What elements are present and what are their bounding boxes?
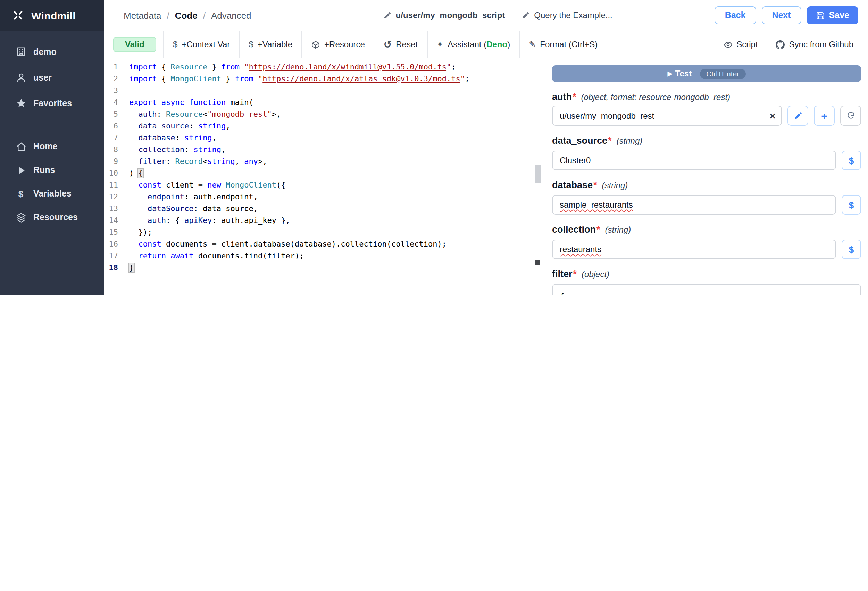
data-source-var-picker-button[interactable]: $: [841, 151, 861, 170]
add-resource-button[interactable]: +: [814, 106, 835, 126]
filter-field-label: filter* (object): [552, 269, 861, 281]
editor-scrollbar[interactable]: [534, 58, 542, 296]
eye-icon: [723, 40, 732, 49]
reset-label: Reset: [396, 40, 418, 49]
clear-resource-icon[interactable]: ×: [769, 111, 776, 121]
code-token: : data_source,: [193, 204, 258, 213]
edit-resource-button[interactable]: [787, 106, 808, 126]
code-token: main(: [226, 98, 254, 107]
script-summary: Query the Example...: [534, 10, 612, 20]
code-line[interactable]: 15 });: [104, 226, 542, 238]
tab-code[interactable]: Code: [175, 10, 198, 21]
pencil-icon: [383, 11, 392, 19]
code-line[interactable]: 7 database: string,: [104, 132, 542, 144]
code-token: Resource: [170, 62, 207, 71]
code-line[interactable]: 2import { MongoClient } from "https://de…: [104, 73, 542, 85]
code-token: :: [157, 110, 166, 119]
script-path-button[interactable]: u/user/my_mongodb_script: [383, 10, 505, 20]
save-button[interactable]: Save: [807, 6, 858, 24]
code-line[interactable]: 4export async function main(: [104, 96, 542, 108]
line-number: 15: [104, 226, 129, 238]
dollar-icon: $: [249, 40, 253, 49]
reset-icon: ↺: [384, 39, 392, 50]
code-line[interactable]: 14 auth: { apiKey: auth.api_key },: [104, 214, 542, 226]
code-token: [129, 251, 139, 260]
code-token: >,: [258, 157, 267, 166]
assistant-button[interactable]: ✦ Assistant (Deno): [427, 31, 519, 58]
sidebar-item-workspace-demo[interactable]: demo: [0, 39, 104, 65]
reset-button[interactable]: ↺ Reset: [374, 31, 427, 58]
code-token: https://deno.land/x/atlas_sdk@v1.0.3/mod…: [263, 74, 461, 83]
code-line[interactable]: 12 endpoint: auth.endpoint,: [104, 191, 542, 203]
format-icon: ✎: [529, 40, 536, 49]
sidebar-item-label: Resources: [33, 213, 78, 222]
code-token: "mongodb_rest": [207, 110, 272, 119]
tab-advanced[interactable]: Advanced: [211, 10, 251, 21]
code-line[interactable]: 5 auth: Resource<"mongodb_rest">,: [104, 108, 542, 120]
code-line[interactable]: 3: [104, 85, 542, 96]
editor-scrollbar-thumb[interactable]: [535, 165, 541, 183]
sidebar-item-favorites[interactable]: Favorites: [0, 90, 104, 116]
test-button[interactable]: ▶ Test Ctrl+Enter: [552, 65, 861, 82]
line-number: 10: [104, 167, 129, 179]
sidebar-item-runs[interactable]: Runs: [0, 158, 104, 182]
script-view-label: Script: [737, 40, 757, 49]
auth-resource-input[interactable]: u/user/my_mongodb_rest ×: [552, 106, 782, 126]
sidebar-item-home[interactable]: Home: [0, 135, 104, 158]
sidebar-workspace-group: demo user Favorites: [0, 39, 104, 116]
add-context-var-button[interactable]: $ +Context Var: [163, 31, 239, 58]
filter-json-editor[interactable]: { "name": "Nordic Delicacies"}: [552, 284, 861, 296]
next-button[interactable]: Next: [762, 6, 801, 24]
sidebar-item-user[interactable]: user: [0, 65, 104, 90]
code-token: endpoint: [129, 192, 185, 201]
refresh-resource-button[interactable]: [840, 106, 861, 126]
collection-var-picker-button[interactable]: $: [841, 239, 861, 259]
collection-input[interactable]: restaurants: [552, 239, 836, 259]
database-value: sample_restaurants: [560, 200, 633, 210]
sync-from-github-button[interactable]: Sync from Github: [767, 31, 862, 58]
code-token: async: [161, 98, 185, 107]
code-line[interactable]: 1import { Resource } from "https://deno.…: [104, 61, 542, 73]
breadcrumb-separator: /: [167, 10, 169, 21]
data-source-input[interactable]: Cluster0: [552, 151, 836, 170]
code-token: from: [221, 62, 239, 71]
code-token: import: [129, 62, 157, 71]
code-line[interactable]: 9 filter: Record<string, any>,: [104, 155, 542, 167]
test-shortcut-badge: Ctrl+Enter: [700, 68, 745, 79]
tab-metadata[interactable]: Metadata: [124, 10, 161, 21]
code-token: const: [139, 180, 161, 190]
add-variable-button[interactable]: $ +Variable: [239, 31, 301, 58]
add-resource-toolbar-button[interactable]: +Resource: [301, 31, 374, 58]
filter-line[interactable]: {: [560, 289, 853, 296]
code-token: : {: [166, 216, 185, 225]
workspace-logo[interactable]: Windmill: [0, 0, 104, 31]
code-editor[interactable]: 1import { Resource } from "https://deno.…: [104, 58, 542, 296]
back-button[interactable]: Back: [714, 6, 756, 24]
assistant-label: Assistant (Deno): [447, 40, 510, 49]
script-path: u/user/my_mongodb_script: [396, 10, 505, 20]
script-view-button[interactable]: Script: [714, 31, 767, 58]
code-line[interactable]: 13 dataSource: data_source,: [104, 203, 542, 214]
sidebar-item-variables[interactable]: $ Variables: [0, 182, 104, 205]
sidebar-item-resources[interactable]: Resources: [0, 205, 104, 229]
code-line[interactable]: 17 return await documents.find(filter);: [104, 250, 542, 262]
save-icon: [816, 11, 825, 20]
home-icon: [15, 141, 27, 152]
database-input[interactable]: sample_restaurants: [552, 195, 836, 214]
code-line[interactable]: 16 const documents = client.database(dat…: [104, 238, 542, 250]
code-line[interactable]: 8 collection: string,: [104, 144, 542, 155]
code-line[interactable]: 6 data_source: string,: [104, 120, 542, 132]
play-icon: ▶: [668, 70, 673, 77]
code-token: :: [185, 145, 194, 154]
add-context-var-label: +Context Var: [182, 40, 230, 49]
code-line[interactable]: 11 const client = new MongoClient({: [104, 179, 542, 191]
database-var-picker-button[interactable]: $: [841, 195, 861, 214]
line-number: 18: [104, 262, 129, 273]
code-line[interactable]: 10) {: [104, 167, 542, 179]
data-source-value: Cluster0: [560, 155, 590, 165]
script-summary-button[interactable]: Query the Example...: [521, 10, 612, 20]
windmill-logo-icon: [11, 8, 25, 22]
code-line[interactable]: 18}: [104, 262, 542, 273]
code-token: export: [129, 98, 157, 107]
format-button[interactable]: ✎ Format (Ctrl+S): [519, 31, 607, 58]
